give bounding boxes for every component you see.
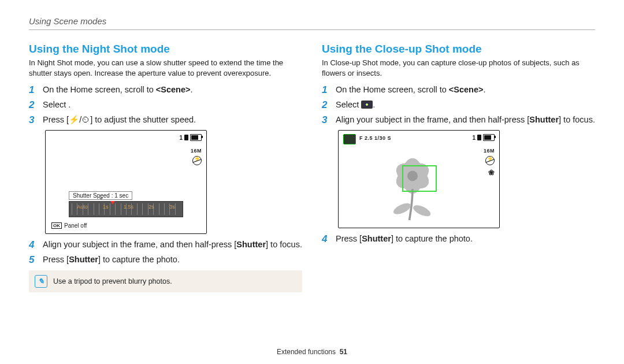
side-icons: 16M ❀ [484, 146, 495, 179]
two-column-layout: Using the Night Shot mode In Night Shot … [29, 43, 595, 292]
slider-scale: Auto 1s 1.5s 2s 3s [69, 201, 183, 217]
heading-night-shot: Using the Night Shot mode [29, 43, 302, 55]
step-body: On the Home screen, scroll to <Scene>. [43, 84, 193, 95]
step-4: 4 Press [Shutter] to capture the photo. [322, 233, 595, 246]
step-number: 4 [29, 239, 43, 251]
divider [29, 29, 595, 30]
shots-remaining: 1 [472, 135, 476, 141]
exif-readout: F 2.5 1/30 S [359, 135, 391, 141]
step-body: Select . [336, 99, 375, 110]
battery-icon [483, 134, 495, 141]
shots-remaining: 1 [179, 135, 183, 141]
camera-lcd-macro: F 2.5 1/30 S 1 16M ❀ [338, 130, 500, 228]
left-column: Using the Night Shot mode In Night Shot … [29, 43, 302, 292]
step-number: 2 [322, 99, 336, 112]
step-body: Select . [43, 99, 70, 110]
step-3: 3 Align your subject in the frame, and t… [322, 114, 595, 127]
step-body: Align your subject in the frame, and the… [336, 114, 595, 125]
panel-off-hint: OK Panel off [51, 222, 87, 229]
battery-icon [190, 134, 202, 141]
step-5: 5 Press [Shutter] to capture the photo. [29, 254, 302, 266]
step-4: 4 Align your subject in the frame, and t… [29, 239, 302, 251]
step-body: On the Home screen, scroll to <Scene>. [336, 84, 486, 95]
steps-night-shot: 1 On the Home screen, scroll to <Scene>.… [29, 84, 302, 127]
right-column: Using the Close-up Shot mode In Close-up… [322, 43, 595, 292]
step-1: 1 On the Home screen, scroll to <Scene>. [29, 84, 302, 96]
step-number: 2 [29, 99, 43, 112]
flash-off-icon [485, 156, 495, 165]
card-icon [477, 135, 481, 140]
resolution-label: 16M [484, 148, 495, 154]
tip-box: ✎ Use a tripod to prevent blurry photos. [29, 270, 302, 292]
steps-night-shot-cont: 4 Align your subject in the frame, and t… [29, 239, 302, 266]
status-bar: 1 [472, 134, 495, 141]
status-bar: 1 [179, 134, 202, 141]
card-icon [184, 135, 188, 140]
page-footer: Extended functions 51 [0, 348, 624, 356]
camera-lcd-night: 1 16M Shutter Speed : 1 sec Auto 1s [45, 130, 207, 234]
svg-point-8 [411, 203, 432, 219]
step-body: Press [Shutter] to capture the photo. [336, 233, 473, 244]
step-body: Align your subject in the frame, and the… [43, 239, 302, 250]
flash-timer-icon: ⚡/⏲ [69, 115, 90, 124]
intro-closeup: In Close-up Shot mode, you can capture c… [322, 58, 595, 78]
page-number: 51 [340, 348, 347, 356]
step-number: 5 [29, 254, 43, 266]
chapter-title: Using Scene modes [29, 16, 595, 26]
flash-off-icon [192, 156, 202, 165]
step-number: 1 [29, 84, 43, 96]
slider-tooltip: Shutter Speed : 1 sec [69, 191, 132, 200]
step-body: Press [Shutter] to capture the photo. [43, 254, 180, 265]
scale-labels: Auto 1s 1.5s 2s 3s [69, 204, 183, 210]
step-number: 1 [322, 84, 336, 96]
side-icons: 16M [191, 146, 202, 169]
footer-section: Extended functions [277, 348, 336, 356]
mode-chip-icon [343, 134, 356, 144]
intro-night-shot: In Night Shot mode, you can use a slow s… [29, 58, 302, 78]
note-icon: ✎ [35, 275, 47, 288]
step-number: 3 [322, 114, 336, 127]
step-number: 3 [29, 114, 43, 127]
resolution-label: 16M [191, 148, 202, 154]
manual-page: Using Scene modes Using the Night Shot m… [0, 0, 624, 364]
steps-closeup: 1 On the Home screen, scroll to <Scene>.… [322, 84, 595, 127]
step-1: 1 On the Home screen, scroll to <Scene>. [322, 84, 595, 96]
macro-icon: ❀ [484, 169, 495, 176]
step-number: 4 [322, 233, 336, 246]
step-2: 2 Select . [29, 99, 302, 112]
slider-marker [110, 201, 115, 207]
ok-badge: OK [51, 222, 62, 229]
step-2: 2 Select . [322, 99, 595, 112]
tip-text: Use a tripod to prevent blurry photos. [53, 277, 172, 285]
steps-closeup-cont: 4 Press [Shutter] to capture the photo. [322, 233, 595, 246]
step-3: 3 Press [⚡/⏲] to adjust the shutter spee… [29, 114, 302, 127]
step-body: Press [⚡/⏲] to adjust the shutter speed. [43, 114, 196, 125]
heading-closeup: Using the Close-up Shot mode [322, 43, 595, 55]
shutter-speed-slider: Shutter Speed : 1 sec Auto 1s 1.5s 2s 3s [69, 190, 183, 217]
autofocus-box [402, 165, 437, 192]
closeup-mode-icon [361, 101, 373, 109]
